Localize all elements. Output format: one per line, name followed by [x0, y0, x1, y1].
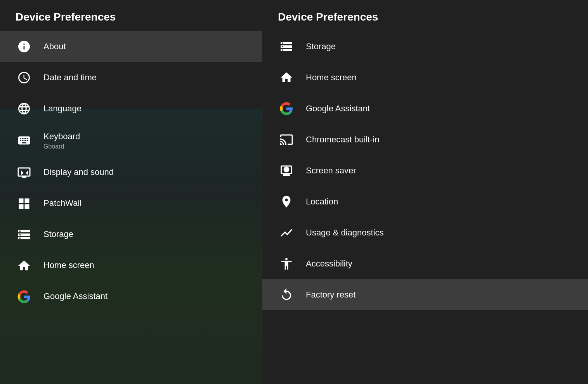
screensaver-label: Screen saver [306, 165, 356, 176]
info-icon [16, 38, 33, 55]
svg-rect-0 [19, 198, 24, 203]
home-icon-left [16, 257, 33, 274]
homescreen-text-left: Home screen [43, 260, 94, 271]
left-panel: Device Preferences About Date and time [0, 0, 262, 384]
homescreen-label-left: Home screen [43, 260, 94, 271]
about-label: About [43, 41, 66, 52]
google-icon-right [278, 100, 295, 117]
screensaver-icon [278, 162, 295, 179]
storage-label-right: Storage [306, 41, 336, 52]
diagnostics-label: Usage & diagnostics [306, 227, 384, 239]
chromecast-text: Chromecast built-in [306, 134, 380, 145]
about-text: About [43, 41, 66, 52]
right-menu-item-chromecast[interactable]: Chromecast built-in [262, 124, 588, 155]
homescreen-text-right: Home screen [306, 72, 357, 83]
right-menu-item-diagnostics[interactable]: Usage & diagnostics [262, 217, 588, 248]
svg-rect-1 [25, 198, 29, 203]
language-label: Language [43, 103, 82, 114]
homescreen-label-right: Home screen [306, 72, 357, 83]
right-panel: Device Preferences Storage Home screen [262, 0, 588, 384]
diagnostics-icon [278, 224, 295, 241]
language-text: Language [43, 103, 82, 114]
left-panel-title: Device Preferences [0, 0, 262, 31]
right-menu-item-homescreen[interactable]: Home screen [262, 62, 588, 93]
chromecast-label: Chromecast built-in [306, 134, 380, 145]
google-icon-left [16, 288, 33, 305]
home-icon-right [278, 69, 295, 86]
display-label: Display and sound [43, 167, 114, 178]
datetime-text: Date and time [43, 72, 97, 83]
google-label-left: Google Assistant [43, 291, 108, 302]
accessibility-label: Accessibility [306, 258, 352, 270]
left-menu-item-storage[interactable]: Storage [0, 219, 262, 250]
location-label: Location [306, 196, 338, 208]
screensaver-text: Screen saver [306, 165, 356, 176]
keyboard-label: Keyboard [43, 131, 80, 142]
accessibility-text: Accessibility [306, 258, 352, 270]
storage-label-left: Storage [43, 229, 73, 240]
right-menu-item-factoryreset[interactable]: Factory reset [262, 279, 588, 310]
svg-rect-2 [19, 204, 24, 209]
right-menu-item-accessibility[interactable]: Accessibility [262, 248, 588, 279]
keyboard-text: Keyboard Gboard [43, 131, 80, 150]
left-menu-item-datetime[interactable]: Date and time [0, 62, 262, 93]
globe-icon [16, 100, 33, 117]
cast-icon [278, 131, 295, 148]
right-menu-item-screensaver[interactable]: Screen saver [262, 155, 588, 186]
factoryreset-icon [278, 286, 295, 303]
right-menu-list: Storage Home screen Googl [262, 31, 588, 384]
display-text: Display and sound [43, 167, 114, 178]
factoryreset-text: Factory reset [306, 289, 356, 301]
google-text-right: Google Assistant [306, 103, 370, 114]
datetime-label: Date and time [43, 72, 97, 83]
left-menu-item-display[interactable]: Display and sound [0, 157, 262, 188]
google-label-right: Google Assistant [306, 103, 370, 114]
left-menu-item-patchwall[interactable]: PatchWall [0, 188, 262, 219]
patchwall-label: PatchWall [43, 198, 82, 209]
location-icon [278, 193, 295, 210]
right-menu-item-google[interactable]: Google Assistant [262, 93, 588, 124]
display-icon [16, 164, 33, 181]
patchwall-icon [16, 195, 33, 212]
left-menu-item-language[interactable]: Language [0, 93, 262, 124]
left-menu-item-about[interactable]: About [0, 31, 262, 62]
keyboard-icon [16, 132, 33, 149]
clock-icon [16, 69, 33, 86]
keyboard-sublabel: Gboard [43, 143, 80, 150]
location-text: Location [306, 196, 338, 208]
left-menu-item-keyboard[interactable]: Keyboard Gboard [0, 124, 262, 157]
patchwall-text: PatchWall [43, 198, 82, 209]
storage-text-right: Storage [306, 41, 336, 52]
left-menu-item-google[interactable]: Google Assistant [0, 281, 262, 312]
google-text-left: Google Assistant [43, 291, 108, 302]
storage-icon-left [16, 226, 33, 243]
factoryreset-label: Factory reset [306, 289, 356, 301]
left-menu-item-homescreen[interactable]: Home screen [0, 250, 262, 281]
diagnostics-text: Usage & diagnostics [306, 227, 384, 239]
svg-rect-3 [25, 204, 29, 209]
storage-icon-right [278, 38, 295, 55]
right-menu-item-storage[interactable]: Storage [262, 31, 588, 62]
right-menu-item-location[interactable]: Location [262, 186, 588, 217]
storage-text-left: Storage [43, 229, 73, 240]
accessibility-icon [278, 255, 295, 272]
left-menu-list: About Date and time Language [0, 31, 262, 384]
right-panel-title: Device Preferences [262, 0, 588, 31]
